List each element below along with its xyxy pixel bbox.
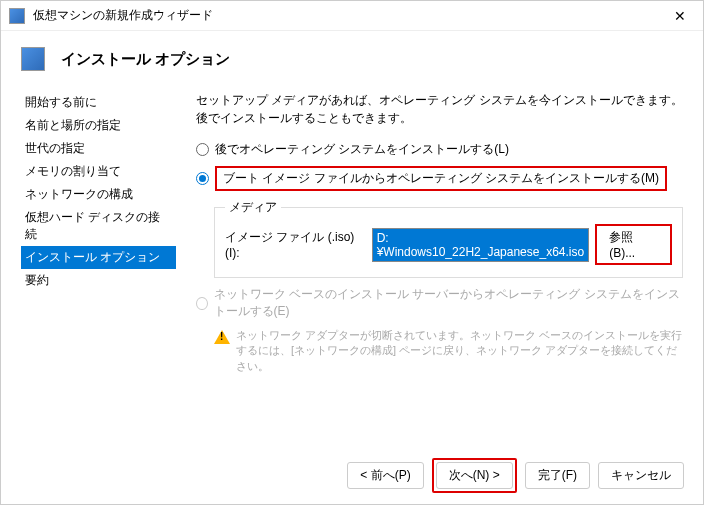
radio-boot-image-label: ブート イメージ ファイルからオペレーティング システムをインストールする(M) <box>215 166 667 191</box>
sidebar-item-memory[interactable]: メモリの割り当て <box>21 160 176 183</box>
wizard-body: 開始する前に 名前と場所の指定 世代の指定 メモリの割り当て ネットワークの構成… <box>1 91 703 471</box>
next-button[interactable]: 次へ(N) > <box>436 462 513 489</box>
cancel-button[interactable]: キャンセル <box>598 462 684 489</box>
media-fieldset: メディア イメージ ファイル (.iso)(I): D:¥Windows10_2… <box>214 199 683 278</box>
next-button-highlight: 次へ(N) > <box>432 458 517 493</box>
warning-row: ネットワーク アダプターが切断されています。ネットワーク ベースのインストールを… <box>214 328 683 374</box>
titlebar: 仮想マシンの新規作成ウィザード ✕ <box>1 1 703 31</box>
page-header: インストール オプション <box>1 31 703 91</box>
radio-boot-image[interactable] <box>196 172 209 185</box>
browse-button[interactable]: 参照(B)... <box>595 224 672 265</box>
wizard-steps-sidebar: 開始する前に 名前と場所の指定 世代の指定 メモリの割り当て ネットワークの構成… <box>21 91 176 471</box>
radio-install-later[interactable] <box>196 143 209 156</box>
sidebar-item-disk[interactable]: 仮想ハード ディスクの接続 <box>21 206 176 246</box>
iso-field-row: イメージ ファイル (.iso)(I): D:¥Windows10_22H2_J… <box>225 224 672 265</box>
sidebar-item-before-start[interactable]: 開始する前に <box>21 91 176 114</box>
wizard-footer: < 前へ(P) 次へ(N) > 完了(F) キャンセル <box>347 458 684 493</box>
warning-text: ネットワーク アダプターが切断されています。ネットワーク ベースのインストールを… <box>236 328 683 374</box>
sidebar-item-install-options[interactable]: インストール オプション <box>21 246 176 269</box>
media-legend: メディア <box>225 199 281 216</box>
page-title: インストール オプション <box>61 50 230 69</box>
sidebar-item-name-location[interactable]: 名前と場所の指定 <box>21 114 176 137</box>
wizard-icon <box>21 47 45 71</box>
wizard-content: セットアップ メディアがあれば、オペレーティング システムを今インストールできま… <box>176 91 683 471</box>
iso-label: イメージ ファイル (.iso)(I): <box>225 229 366 260</box>
prev-button[interactable]: < 前へ(P) <box>347 462 423 489</box>
radio-network-install-row: ネットワーク ベースのインストール サーバーからオペレーティング システムをイン… <box>196 286 683 320</box>
radio-network-install-label: ネットワーク ベースのインストール サーバーからオペレーティング システムをイン… <box>214 286 683 320</box>
close-button[interactable]: ✕ <box>665 1 695 31</box>
description-text: セットアップ メディアがあれば、オペレーティング システムを今インストールできま… <box>196 91 683 127</box>
finish-button[interactable]: 完了(F) <box>525 462 590 489</box>
sidebar-item-generation[interactable]: 世代の指定 <box>21 137 176 160</box>
radio-boot-image-row[interactable]: ブート イメージ ファイルからオペレーティング システムをインストールする(M) <box>196 166 683 191</box>
iso-path-input[interactable]: D:¥Windows10_22H2_Japanese_x64.iso <box>372 228 589 262</box>
radio-network-install <box>196 297 208 310</box>
app-icon <box>9 8 25 24</box>
window-title: 仮想マシンの新規作成ウィザード <box>33 7 665 24</box>
warning-icon <box>214 330 230 344</box>
radio-install-later-row[interactable]: 後でオペレーティング システムをインストールする(L) <box>196 141 683 158</box>
sidebar-item-summary[interactable]: 要約 <box>21 269 176 292</box>
radio-install-later-label: 後でオペレーティング システムをインストールする(L) <box>215 141 509 158</box>
sidebar-item-network[interactable]: ネットワークの構成 <box>21 183 176 206</box>
